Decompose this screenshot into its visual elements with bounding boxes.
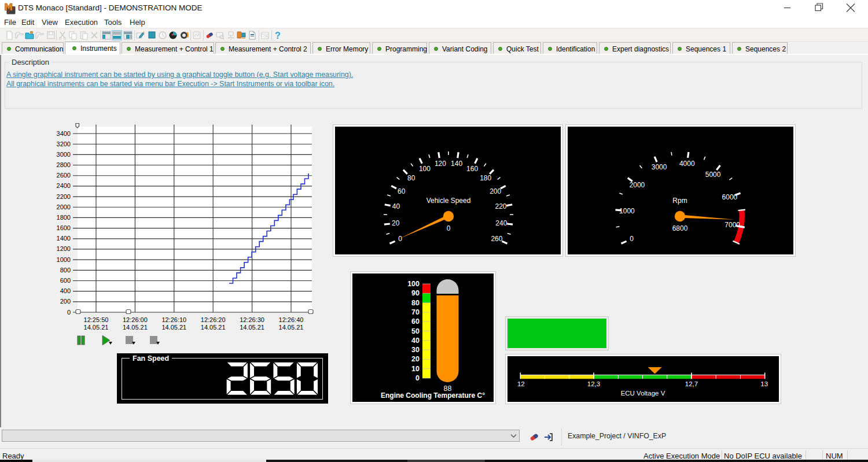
svg-text:12:26:20: 12:26:20	[201, 316, 226, 323]
svg-text:0: 0	[398, 235, 402, 243]
svg-text:400: 400	[60, 287, 71, 294]
svg-text:12,7: 12,7	[685, 380, 698, 387]
svg-text:13: 13	[760, 380, 768, 387]
svg-text:1800: 1800	[57, 214, 71, 221]
svg-text:1200: 1200	[57, 245, 71, 252]
svg-text:0: 0	[630, 235, 634, 243]
svg-text:200: 200	[490, 187, 501, 195]
svg-text:12:26:40: 12:26:40	[279, 316, 304, 323]
svg-text:0: 0	[67, 309, 71, 316]
svg-text:6800: 6800	[672, 224, 688, 232]
svg-text:160: 160	[466, 165, 478, 173]
svg-text:90: 90	[411, 289, 420, 297]
svg-text:1600: 1600	[57, 224, 71, 231]
svg-text:Engine Cooling Temperature C°: Engine Cooling Temperature C°	[381, 391, 485, 400]
svg-text:60: 60	[411, 317, 420, 326]
svg-text:80: 80	[411, 299, 420, 307]
svg-text:3200: 3200	[57, 141, 71, 147]
svg-text:14.05.21: 14.05.21	[201, 324, 226, 331]
svg-text:OK: OK	[263, 35, 269, 38]
svg-text:2000: 2000	[57, 204, 71, 210]
svg-text:ECU Voltage V: ECU Voltage V	[621, 390, 665, 397]
svg-text:20: 20	[392, 219, 400, 227]
svg-text:3000: 3000	[57, 151, 71, 158]
svg-text:12:25:50: 12:25:50	[84, 316, 109, 323]
svg-text:?: ?	[275, 31, 281, 40]
svg-text:800: 800	[60, 267, 71, 273]
svg-text:0: 0	[447, 224, 451, 232]
svg-text:12:26:10: 12:26:10	[161, 316, 186, 323]
svg-text:240: 240	[495, 219, 507, 227]
svg-text:7000: 7000	[724, 221, 740, 229]
svg-text:Rpm: Rpm	[672, 197, 687, 205]
svg-text:12:26:00: 12:26:00	[123, 316, 148, 323]
svg-text:10: 10	[411, 365, 420, 373]
svg-text:20: 20	[411, 355, 420, 363]
svg-text:1400: 1400	[57, 235, 71, 242]
svg-text:2800: 2800	[57, 161, 71, 168]
svg-text:1000: 1000	[57, 256, 71, 263]
svg-text:50: 50	[411, 327, 420, 335]
svg-text:2200: 2200	[57, 193, 71, 200]
svg-text:40: 40	[411, 337, 420, 345]
svg-text:180: 180	[480, 174, 491, 182]
svg-text:200: 200	[60, 298, 71, 305]
svg-text:6000: 6000	[722, 193, 738, 201]
svg-text:3000: 3000	[652, 163, 667, 171]
svg-text:260: 260	[491, 235, 502, 243]
svg-text:14.05.21: 14.05.21	[240, 324, 264, 331]
svg-text:40: 40	[392, 202, 400, 210]
svg-text:14.05.21: 14.05.21	[161, 324, 186, 331]
svg-text:3400: 3400	[57, 130, 71, 137]
svg-text:1000: 1000	[619, 207, 635, 215]
svg-text:70: 70	[411, 308, 420, 316]
svg-text:2600: 2600	[57, 172, 71, 179]
svg-text:2400: 2400	[57, 182, 71, 189]
svg-text:14.05.21: 14.05.21	[279, 324, 304, 331]
svg-text:30: 30	[411, 346, 420, 354]
svg-text:220: 220	[495, 202, 506, 210]
svg-text:2000: 2000	[630, 181, 645, 189]
svg-text:600: 600	[60, 277, 71, 284]
svg-text:Vehicle Speed: Vehicle Speed	[426, 197, 471, 205]
svg-text:14.05.21: 14.05.21	[84, 324, 109, 331]
svg-text:0: 0	[415, 374, 420, 382]
svg-text:140: 140	[451, 160, 462, 168]
svg-text:12:26:30: 12:26:30	[240, 316, 264, 323]
svg-text:14.05.21: 14.05.21	[123, 324, 148, 331]
svg-text:12,3: 12,3	[587, 380, 600, 387]
svg-text:100: 100	[419, 165, 431, 173]
svg-text:4000: 4000	[679, 160, 695, 168]
svg-text:12: 12	[517, 380, 525, 387]
svg-text:120: 120	[435, 160, 446, 168]
svg-text:60: 60	[398, 187, 406, 195]
svg-text:80: 80	[407, 174, 415, 182]
svg-text:5000: 5000	[705, 171, 721, 179]
svg-text:100: 100	[407, 280, 420, 288]
